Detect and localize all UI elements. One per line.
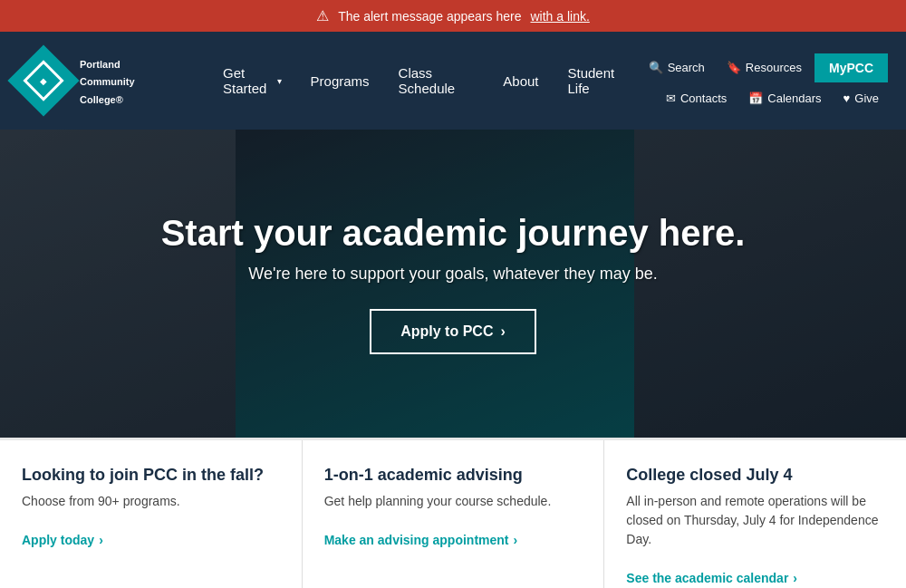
- calendar-icon: 📅: [748, 92, 763, 105]
- card-closed: College closed July 4 All in-person and …: [604, 440, 906, 588]
- chevron-down-icon: ▾: [277, 76, 282, 86]
- search-button[interactable]: 🔍 Search: [640, 57, 714, 78]
- card-join: Looking to join PCC in the fall? Choose …: [0, 440, 303, 588]
- header-toolbar-top: 🔍 Search 🔖 Resources MyPCC: [640, 53, 888, 82]
- main-nav: Get Started ▾ Programs Class Schedule Ab…: [208, 32, 640, 130]
- card-join-title: Looking to join PCC in the fall?: [22, 466, 280, 485]
- hero-section: Start your academic journey here. We're …: [0, 130, 906, 438]
- nav-item-programs[interactable]: Programs: [296, 32, 384, 130]
- nav-link-get-started[interactable]: Get Started ▾: [208, 32, 296, 130]
- alert-bar: ⚠ The alert message appears here with a …: [0, 0, 906, 32]
- advising-appointment-link[interactable]: Make an advising appointment ›: [324, 533, 583, 547]
- resources-button[interactable]: 🔖 Resources: [718, 57, 811, 78]
- card-advising: 1-on-1 academic advising Get help planni…: [303, 440, 605, 588]
- calendars-button[interactable]: 📅 Calendars: [739, 88, 830, 109]
- card-closed-desc: All in-person and remote operations will…: [626, 492, 884, 549]
- nav-item-get-started[interactable]: Get Started ▾: [208, 32, 296, 130]
- give-button[interactable]: ♥ Give: [834, 88, 888, 109]
- contacts-button[interactable]: ✉ Contacts: [657, 88, 736, 109]
- apply-btn-label: Apply to PCC: [400, 323, 493, 340]
- header-right: 🔍 Search 🔖 Resources MyPCC ✉ Contacts 📅 …: [640, 53, 888, 109]
- hero-subtitle: We're here to support your goals, whatev…: [161, 265, 746, 284]
- card-join-desc: Choose from 90+ programs.: [22, 492, 280, 511]
- mail-icon: ✉: [666, 92, 676, 105]
- nav-link-programs[interactable]: Programs: [296, 32, 384, 130]
- apply-btn-arrow: ›: [500, 323, 505, 340]
- logo-diamond-inner: [23, 60, 63, 101]
- alert-icon: ⚠: [316, 7, 329, 24]
- header-toolbar-bottom: ✉ Contacts 📅 Calendars ♥ Give: [657, 88, 888, 109]
- heart-icon: ♥: [843, 92, 851, 105]
- nav-item-student-life[interactable]: Student Life: [553, 32, 639, 130]
- nav-item-class-schedule[interactable]: Class Schedule: [384, 32, 489, 130]
- academic-calendar-link[interactable]: See the academic calendar ›: [626, 571, 884, 585]
- alert-message: The alert message appears here: [338, 9, 521, 24]
- cards-section: Looking to join PCC in the fall? Choose …: [0, 438, 906, 588]
- alert-link[interactable]: with a link.: [530, 9, 589, 24]
- nav-link-class-schedule[interactable]: Class Schedule: [384, 32, 489, 130]
- bookmark-icon: 🔖: [727, 61, 741, 74]
- logo-link[interactable]: Portland Community College®: [18, 54, 208, 108]
- nav-link-about[interactable]: About: [488, 32, 553, 130]
- nav-link-student-life[interactable]: Student Life: [553, 32, 639, 130]
- apply-today-link[interactable]: Apply today ›: [22, 533, 280, 547]
- logo-text: Portland Community College®: [80, 54, 135, 108]
- card-advising-desc: Get help planning your course schedule.: [324, 492, 583, 511]
- card-closed-title: College closed July 4: [626, 466, 884, 485]
- mypcc-button[interactable]: MyPCC: [814, 53, 888, 82]
- arrow-icon: ›: [514, 533, 518, 547]
- logo-diamond: [7, 44, 79, 116]
- card-advising-title: 1-on-1 academic advising: [324, 466, 583, 485]
- apply-to-pcc-button[interactable]: Apply to PCC ›: [370, 309, 536, 354]
- search-icon: 🔍: [649, 61, 663, 74]
- hero-title: Start your academic journey here.: [161, 213, 746, 254]
- arrow-icon: ›: [99, 533, 103, 547]
- arrow-icon: ›: [793, 571, 797, 585]
- header: Portland Community College® Get Started …: [0, 32, 906, 130]
- nav-links: Get Started ▾ Programs Class Schedule Ab…: [208, 32, 640, 130]
- nav-item-about[interactable]: About: [488, 32, 553, 130]
- hero-content: Start your academic journey here. We're …: [143, 195, 764, 372]
